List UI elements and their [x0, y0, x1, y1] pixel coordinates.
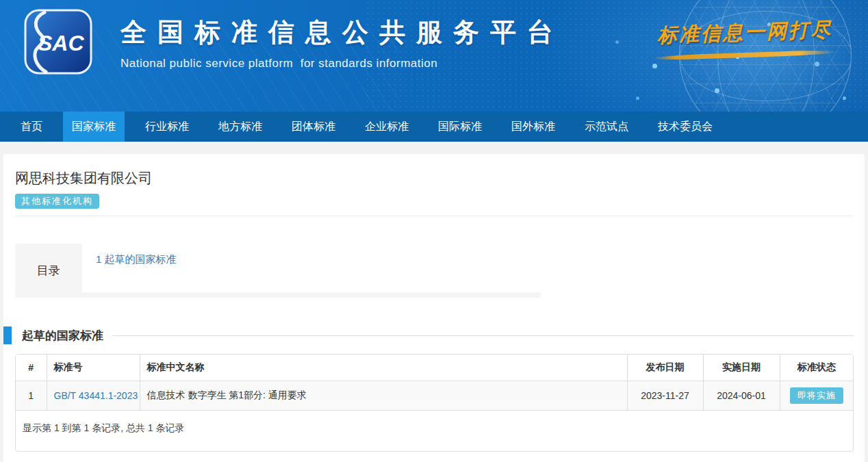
org-name: 网思科技集团有限公司: [15, 169, 854, 188]
catalog-panel: 目录 1 起草的国家标准: [15, 244, 541, 298]
cell-index: 1: [16, 381, 47, 410]
col-header-status: 标准状态: [780, 355, 853, 381]
page-body: 网思科技集团有限公司 其他标准化机构 目录 1 起草的国家标准 起草的国家标准: [0, 142, 868, 462]
col-header-implement-date: 实施日期: [703, 355, 780, 381]
section-title: 起草的国家标准: [22, 328, 103, 344]
sac-logo-icon: SAC: [24, 9, 92, 75]
nav-item-national-standards[interactable]: 国家标准: [63, 112, 125, 142]
slogan: 标准信息一网打尽: [653, 19, 837, 57]
org-type-badge: 其他标准化机构: [15, 194, 99, 209]
section-line: [112, 335, 854, 336]
nav-list: 首页 国家标准 行业标准 地方标准 团体标准 企业标准 国际标准 国外标准 示范…: [0, 112, 868, 142]
table-summary: 显示第 1 到第 1 条记录, 总共 1 条记录: [16, 411, 853, 451]
cell-standard-no: GB/T 43441.1-2023: [47, 381, 140, 410]
nav-item-technical-committee[interactable]: 技术委员会: [649, 112, 722, 142]
content-panel: 网思科技集团有限公司 其他标准化机构 目录 1 起草的国家标准 起草的国家标准: [3, 154, 865, 462]
nav-item-group-standards[interactable]: 团体标准: [283, 112, 344, 142]
section-header: 起草的国家标准: [3, 326, 854, 344]
table-header-row: # 标准号 标准中文名称 发布日期 实施日期 标准状态: [16, 355, 853, 381]
org-divider: [15, 216, 854, 216]
cell-publish-date: 2023-11-27: [627, 381, 703, 410]
svg-text:SAC: SAC: [38, 31, 84, 55]
nav-item-enterprise-standards[interactable]: 企业标准: [356, 112, 418, 142]
site-subtitle: National public service platform for sta…: [120, 57, 564, 70]
col-header-publish-date: 发布日期: [627, 355, 703, 381]
nav-item-international-standards[interactable]: 国际标准: [429, 112, 491, 142]
sac-logo[interactable]: SAC: [24, 9, 92, 77]
nav-item-home[interactable]: 首页: [12, 112, 51, 142]
catalog-link-drafted-standards[interactable]: 1 起草的国家标准: [96, 253, 177, 265]
sparkle-dots: [0, 0, 2, 2]
site-title: 全国标准信息公共服务平台: [120, 15, 564, 50]
table-row: 1 GB/T 43441.1-2023 信息技术 数字孪生 第1部分: 通用要求…: [16, 381, 853, 410]
nav-item-pilot-demo[interactable]: 示范试点: [576, 112, 637, 142]
catalog-content: 1 起草的国家标准: [82, 244, 541, 292]
cell-status: 即将实施: [780, 381, 853, 410]
col-header-standard-no: 标准号: [47, 355, 140, 381]
standards-table-container: # 标准号 标准中文名称 发布日期 实施日期 标准状态 1 GB/T 43441…: [15, 354, 854, 452]
status-badge: 即将实施: [790, 387, 843, 404]
cell-standard-name: 信息技术 数字孪生 第1部分: 通用要求: [140, 381, 627, 410]
nav-item-foreign-standards[interactable]: 国外标准: [502, 112, 564, 142]
site-header: SAC 全国标准信息公共服务平台 National public service…: [0, 0, 868, 112]
section-marker: [3, 326, 12, 344]
standard-no-link[interactable]: GB/T 43441.1-2023: [54, 390, 138, 401]
col-header-standard-name: 标准中文名称: [140, 355, 627, 381]
cell-implement-date: 2024-06-01: [703, 381, 780, 410]
col-header-index: #: [16, 355, 47, 381]
nav-item-local-standards[interactable]: 地方标准: [209, 112, 271, 142]
standards-table: # 标准号 标准中文名称 发布日期 实施日期 标准状态 1 GB/T 43441…: [16, 355, 853, 411]
main-nav: 首页 国家标准 行业标准 地方标准 团体标准 企业标准 国际标准 国外标准 示范…: [0, 112, 868, 142]
title-block: 全国标准信息公共服务平台 National public service pla…: [120, 15, 564, 70]
slogan-text: 标准信息一网打尽: [652, 16, 837, 49]
catalog-label: 目录: [15, 244, 81, 298]
nav-item-industry-standards[interactable]: 行业标准: [136, 112, 198, 142]
